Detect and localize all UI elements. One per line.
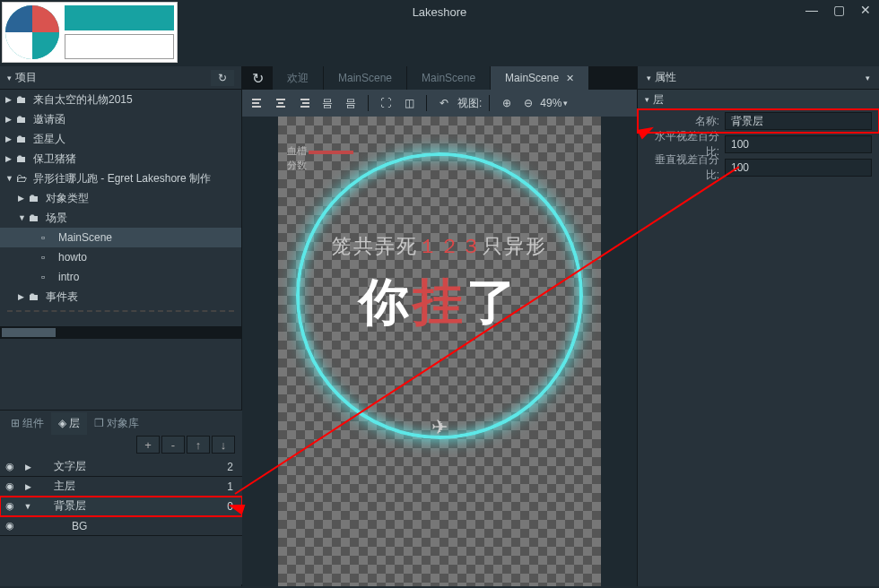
layer-toolbar-button[interactable]: ↑ [187,436,210,454]
arrow-icon: ▶ [5,115,16,124]
arrow-icon: ▶ [5,95,16,104]
layer-row[interactable]: ◉BG [0,516,242,536]
tree-item-label: intro [58,271,79,283]
game-text-gameover: 你挂了 [278,269,601,337]
tree-item-label: 场景 [46,211,67,226]
layer-row[interactable]: ◉▼背景层0 [0,497,242,516]
folder-icon: 🖿 [16,93,30,106]
layers-tab-组件[interactable]: ⊞组件 [4,412,51,435]
layers-tab-层[interactable]: ◈层 [51,412,87,435]
tree-item[interactable]: ▼🖿场景 [0,208,241,228]
svg-rect-7 [302,102,309,104]
tree-item[interactable]: ▶🖿邀请函 [0,109,241,129]
layer-row[interactable]: ◉▶文字层2 [0,457,242,477]
arrow-icon: ▶ [18,292,29,301]
arrow-icon: ▼ [18,213,29,222]
folder-icon: 🖿 [16,133,30,145]
layer-list: ◉▶文字层2◉▶主层1◉▼背景层0◉BG [0,457,242,536]
visibility-icon[interactable]: ◉ [0,520,20,532]
distribute-v-icon[interactable]: 믐 [341,93,361,113]
horizontal-scrollbar[interactable] [0,326,241,339]
editor-tab[interactable]: MainScene✕ [491,66,589,90]
editor-tab[interactable]: MainScene [324,66,407,90]
close-button[interactable]: ✕ [852,0,879,20]
select-icon[interactable]: ◫ [399,93,419,113]
layer-index: 2 [188,461,242,473]
svg-rect-3 [276,99,285,100]
tree-item[interactable]: ▶🖿来自太空的礼物2015 [0,90,241,109]
chevron-down-icon: ▾ [647,74,651,82]
close-icon[interactable]: ✕ [566,73,574,84]
zoom-out-icon[interactable]: ⊖ [518,93,538,113]
visibility-icon[interactable]: ◉ [0,480,20,492]
properties-panel-title: 属性 [655,70,676,85]
editor-tab[interactable]: MainScene [407,66,491,90]
refresh-button[interactable]: ↻ [242,66,273,90]
visibility-icon[interactable]: ◉ [0,461,20,472]
file-icon: ▫ [41,251,56,264]
layer-toolbar-button[interactable]: - [161,436,185,454]
visibility-icon[interactable]: ◉ [0,500,20,512]
folder-icon: 🖿 [29,290,43,303]
tree-item[interactable]: ▶🖿歪星人 [0,129,241,149]
canvas[interactable]: 血槽 分数 笼共弄死１２３只异形 你挂了 ✈ [242,117,637,586]
editor-tab[interactable]: 欢迎 [273,66,324,90]
tree-item[interactable]: ▶🖿保卫猪猪 [0,149,241,169]
tree-item-label: 来自太空的礼物2015 [33,92,133,108]
ship-icon: ✈ [431,416,448,439]
align-center-icon[interactable] [271,93,291,113]
maximize-button[interactable]: ▢ [825,0,852,20]
chevron-down-icon[interactable]: ▾ [563,99,568,108]
undo-icon[interactable]: ↶ [434,93,454,113]
layers-panel: ⊞组件◈层❒对象库 +-↑↓ ◉▶文字层2◉▶主层1◉▼背景层0◉BG [0,410,242,584]
property-label: 垂直视差百分比: [645,152,719,183]
tree-item[interactable]: ▶🖿对象类型 [0,188,241,208]
layers-tab-对象库[interactable]: ❒对象库 [87,412,146,435]
zoom-value: 49% [540,97,561,109]
editor-toolbar: 믐 믐 ⛶ ◫ ↶ 视图: ⊕ ⊖ 49% ▾ [242,90,637,117]
arrow-icon: ▶ [20,463,36,471]
layer-name: 主层 [36,479,188,494]
project-tree: ▶🖿来自太空的礼物2015▶🖿邀请函▶🖿歪星人▶🖿保卫猪猪▼🗁异形往哪儿跑 - … [0,90,241,307]
align-left-icon[interactable] [248,93,267,113]
tree-item[interactable]: ▫intro [0,267,241,287]
file-icon: ▫ [41,231,56,244]
layer-index: 1 [188,480,242,493]
refresh-button[interactable]: ↻ [211,70,234,86]
folder-icon: 🖿 [16,152,30,165]
editor-tabs: ↻ 欢迎MainSceneMainSceneMainScene✕ [242,66,637,90]
svg-rect-8 [300,106,309,108]
property-input[interactable] [725,159,872,177]
layer-row[interactable]: ◉▶主层1 [0,477,242,497]
file-icon: ▫ [41,271,56,283]
crop-icon[interactable]: ⛶ [376,93,396,113]
distribute-h-icon[interactable]: 믐 [318,93,337,113]
zoom-in-icon[interactable]: ⊕ [497,93,517,113]
property-input[interactable] [725,135,872,153]
layer-toolbar: +-↑↓ [0,436,242,457]
project-panel-header[interactable]: ▾ 项目 ↻ [0,66,241,90]
tree-item-label: 歪星人 [33,132,65,147]
tree-item[interactable]: ▫howto [0,247,241,267]
properties-section-layer[interactable]: ▾ 层 [638,90,879,109]
tree-item[interactable]: ▼🗁异形往哪儿跑 - Egret Lakeshore 制作 [0,169,241,188]
tree-item-label: 保卫猪猪 [33,151,76,167]
arrow-icon: ▶ [18,194,29,203]
layer-toolbar-button[interactable]: ↓ [212,436,235,454]
properties-panel-header[interactable]: ▾ 属性 ▾ [638,66,879,90]
align-right-icon[interactable] [294,93,314,113]
properties-panel: ▾ 属性 ▾ ▾ 层 名称:水平视差百分比:垂直视差百分比: [637,66,879,586]
layer-toolbar-button[interactable]: + [136,436,160,454]
hud: 血槽 分数 [287,143,353,172]
tree-item[interactable]: ▫MainScene [0,228,241,247]
minimize-button[interactable]: — [798,0,825,20]
property-input[interactable] [725,112,872,130]
objects-icon: ❒ [94,417,104,429]
view-label: 视图: [457,96,482,111]
chevron-down-icon: ▾ [866,74,870,82]
layer-name: 文字层 [36,459,188,474]
tree-item[interactable]: ▶🖿事件表 [0,287,241,307]
layers-icon: ◈ [58,417,66,429]
arrow-icon: ▶ [20,482,36,491]
tree-item-label: 异形往哪儿跑 - Egret Lakeshore 制作 [33,171,211,186]
